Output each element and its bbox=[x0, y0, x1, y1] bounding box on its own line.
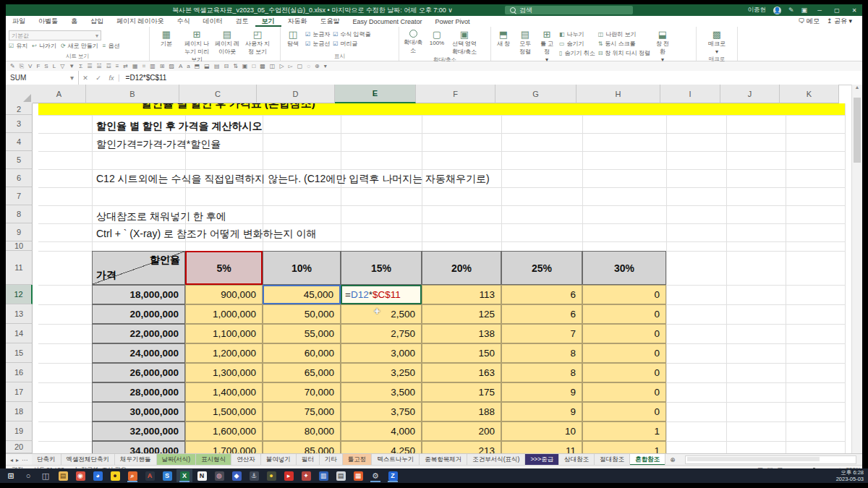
column-header-J[interactable]: J bbox=[720, 85, 780, 103]
value-cell[interactable]: 80,000 bbox=[263, 421, 341, 441]
whale-browser-icon[interactable]: ◕ bbox=[90, 469, 106, 482]
vertical-scrollbar[interactable]: ▲ bbox=[851, 85, 862, 453]
column-header-H[interactable]: H bbox=[576, 85, 660, 103]
value-cell[interactable]: 3,500 bbox=[341, 382, 422, 402]
qat-icon[interactable]: ☲ bbox=[106, 61, 111, 71]
value-cell[interactable]: 1,200,000 bbox=[185, 343, 263, 363]
value-cell[interactable]: 50,000 bbox=[263, 304, 341, 324]
maximize-button[interactable]: ▢ bbox=[832, 7, 842, 14]
menu-tab-홈[interactable]: 홈 bbox=[64, 16, 84, 27]
column-header-E[interactable]: E bbox=[335, 85, 416, 103]
row-header-7[interactable]: 7 bbox=[6, 187, 33, 205]
value-cell[interactable]: 0 bbox=[582, 324, 666, 343]
column-header-K[interactable]: K bbox=[780, 85, 839, 103]
value-cell[interactable]: 2,750 bbox=[341, 324, 422, 343]
qat-icon[interactable]: ⊕ bbox=[315, 61, 320, 71]
highlighted-title-row[interactable]: 할인율 별 할인 후 가격표 (혼합참조) bbox=[38, 103, 845, 115]
price-cell[interactable]: 18,000,000 bbox=[92, 285, 185, 304]
zoom-to-selection-button[interactable]: ▣선택 영역 확대/축소 bbox=[450, 28, 479, 56]
unhide-button[interactable]: ▯숨기기 취소 bbox=[559, 49, 595, 57]
menu-tab-수식[interactable]: 수식 bbox=[171, 16, 197, 27]
qat-icon[interactable]: ▨ bbox=[169, 61, 174, 71]
app-a-icon[interactable]: A bbox=[142, 469, 158, 482]
cell-note-b9[interactable]: Ctrl + ` (X-ray) 로 참조가 어떻게 변화하는지 이해 bbox=[96, 228, 317, 241]
sheet-tab-혼합참조[interactable]: 혼합참조 bbox=[630, 454, 665, 466]
value-cell[interactable]: 138 bbox=[422, 324, 501, 343]
value-cell[interactable]: 8 bbox=[501, 343, 582, 363]
sheet-nav-right-icon[interactable]: ▸ bbox=[16, 457, 19, 463]
menu-tab-삽입[interactable]: 삽입 bbox=[84, 16, 110, 27]
app-z-icon[interactable]: Z bbox=[385, 469, 401, 482]
qat-icon[interactable]: ☰ bbox=[87, 61, 92, 71]
value-cell[interactable]: 7 bbox=[501, 324, 582, 343]
value-cell[interactable]: 9 bbox=[501, 402, 582, 421]
freeze-panes-button[interactable]: ⊞틀 고정 ▾ bbox=[537, 28, 556, 63]
value-cell[interactable]: 6 bbox=[501, 304, 582, 324]
value-cell[interactable]: 188 bbox=[422, 402, 501, 421]
app-cube-icon[interactable]: ◆ bbox=[229, 469, 244, 482]
value-cell[interactable]: 6 bbox=[501, 285, 582, 304]
value-cell[interactable]: 0 bbox=[582, 304, 666, 324]
value-cell[interactable]: 55,000 bbox=[263, 324, 341, 343]
page-layout-button[interactable]: ▤페이지 레이아웃 bbox=[213, 28, 241, 56]
comments-button[interactable]: 🗨 메모 bbox=[798, 17, 820, 26]
value-cell[interactable]: 3,000 bbox=[341, 343, 422, 363]
column-header-C[interactable]: C bbox=[179, 85, 257, 103]
file-explorer-icon[interactable]: ▤ bbox=[55, 469, 71, 482]
custom-views-button[interactable]: ◰사용자 지정 보기 bbox=[244, 28, 271, 56]
row-header-3[interactable]: 3 bbox=[6, 115, 33, 133]
qat-icon[interactable]: □ bbox=[252, 61, 255, 71]
sheet-tab-상대참조[interactable]: 상대참조 bbox=[559, 454, 595, 466]
value-cell[interactable]: 4,000 bbox=[341, 421, 422, 441]
row-header-19[interactable]: 19 bbox=[6, 421, 33, 441]
sheet-nav-left-icon[interactable]: ◂ bbox=[10, 457, 13, 463]
value-cell[interactable]: 175 bbox=[422, 382, 501, 402]
task-view-icon[interactable]: ◫ bbox=[38, 469, 54, 482]
qat-icon[interactable]: ▦ bbox=[132, 61, 138, 71]
qat-icon[interactable]: ◫ bbox=[270, 61, 276, 71]
qat-icon[interactable]: V bbox=[28, 61, 32, 71]
app-s-icon[interactable]: S bbox=[159, 469, 175, 482]
rate-header-15%[interactable]: 15% bbox=[341, 251, 422, 285]
cancel-entry-button[interactable]: ✕ bbox=[79, 74, 92, 82]
pen-icon[interactable]: ✎ bbox=[788, 7, 794, 14]
printer-icon[interactable]: ▤ bbox=[333, 469, 349, 482]
row-header-10[interactable]: 10 bbox=[6, 241, 33, 251]
price-cell[interactable]: 32,000,000 bbox=[92, 421, 185, 441]
settings-gear-icon[interactable]: ⚙ bbox=[367, 469, 383, 482]
row-header-6[interactable]: 6 bbox=[6, 169, 33, 187]
row-header-12[interactable]: 12 bbox=[6, 285, 33, 304]
row-header-5[interactable]: 5 bbox=[6, 151, 33, 169]
avatar[interactable]: 👤 bbox=[773, 7, 781, 14]
value-cell[interactable]: 1,500,000 bbox=[185, 402, 263, 421]
rate-header-20%[interactable]: 20% bbox=[422, 251, 501, 285]
value-cell[interactable]: 60,000 bbox=[263, 343, 341, 363]
value-cell[interactable]: 1,100,000 bbox=[185, 324, 263, 343]
row-header-8[interactable]: 8 bbox=[6, 205, 33, 223]
formula-bar-checkbox[interactable]: ☑수식 입력줄 bbox=[333, 30, 370, 38]
value-cell[interactable]: 200 bbox=[422, 421, 501, 441]
formula-input[interactable]: =D12*$C$11 bbox=[120, 74, 167, 82]
rate-header-25%[interactable]: 25% bbox=[501, 251, 582, 285]
minimize-button[interactable]: ─ bbox=[814, 7, 825, 14]
row-header-17[interactable]: 17 bbox=[6, 382, 33, 402]
horizontal-scroll-thumb[interactable] bbox=[687, 457, 820, 461]
zoom-100-button[interactable]: ▢100% bbox=[427, 28, 447, 46]
value-cell[interactable]: 0 bbox=[582, 343, 666, 363]
cell-note-b4[interactable]: 할인가격=가격-가격*할인율 bbox=[96, 138, 221, 151]
sheet-tab-채우기핸들[interactable]: 채우기핸들 bbox=[115, 454, 157, 466]
value-cell[interactable]: 75,000 bbox=[263, 402, 341, 421]
qat-icon[interactable]: Σ bbox=[79, 61, 82, 71]
column-header-D[interactable]: D bbox=[257, 85, 335, 103]
value-cell[interactable]: 1,600,000 bbox=[185, 421, 263, 441]
app-orange-icon[interactable]: ▦ bbox=[350, 469, 366, 482]
row-header-4[interactable]: 4 bbox=[6, 133, 33, 151]
value-cell[interactable]: 8 bbox=[501, 363, 582, 382]
menu-tab-아벨툴[interactable]: 아벨툴 bbox=[32, 16, 64, 27]
vertical-scroll-thumb[interactable] bbox=[854, 98, 861, 163]
qat-icon[interactable]: ▥ bbox=[150, 61, 156, 71]
qat-icon[interactable]: ⬒ bbox=[195, 61, 200, 71]
taskbar-clock[interactable]: 오후 6:28 2023-05-03 bbox=[836, 469, 868, 483]
value-cell[interactable]: 0 bbox=[582, 382, 666, 402]
sheet-tab-엑셀전체단축키[interactable]: 엑셀전체단축키 bbox=[61, 454, 116, 466]
